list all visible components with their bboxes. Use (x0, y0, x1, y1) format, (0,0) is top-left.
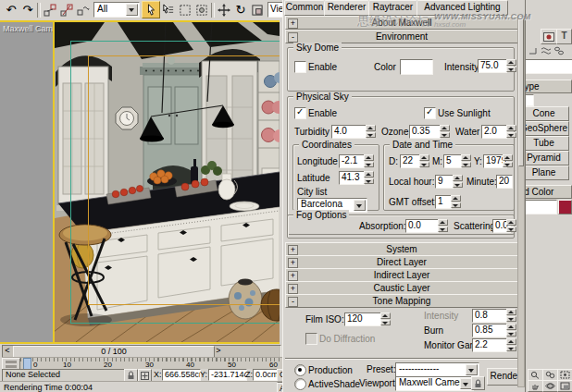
scattering-spinner[interactable] (506, 219, 516, 232)
select-and-move-icon[interactable] (216, 2, 232, 18)
rollout-direct-layer[interactable]: + Direct Layer (285, 255, 518, 269)
absorption-field[interactable]: 0.0 (405, 219, 439, 233)
arc-rotate-icon[interactable] (542, 380, 558, 392)
tm-intensity-spinner[interactable] (506, 309, 516, 322)
object-name-field[interactable] (525, 200, 557, 214)
latitude-spinner[interactable] (364, 171, 374, 184)
ozone-field[interactable]: 0.35 (409, 125, 441, 139)
tab-renderer[interactable]: Renderer (324, 0, 369, 16)
physical-sky-enable-checkbox[interactable] (294, 107, 306, 119)
select-by-name-icon[interactable] (160, 2, 177, 18)
viewport-select-dropdown[interactable]: Maxwell Camera (395, 376, 474, 391)
time-slider-next-button[interactable]: > (214, 346, 223, 356)
tab-raytracer[interactable]: Raytracer (368, 0, 417, 16)
water-field[interactable]: 2.0 (481, 125, 507, 139)
sky-dome-color-swatch[interactable] (400, 59, 433, 75)
day-spinner[interactable] (419, 154, 429, 167)
local-hour-field[interactable]: 9 (435, 175, 454, 189)
camera-viewport[interactable]: Maxwell Camera01 (0, 20, 280, 344)
object-color-swatch[interactable] (558, 200, 572, 214)
minute-field[interactable]: 20 (496, 175, 513, 189)
tab-advanced-lighting[interactable]: Advanced Lighting (417, 0, 508, 16)
sky-dome-intensity-field[interactable]: 75.0 (478, 59, 507, 73)
monitor-gamma-spinner[interactable] (506, 338, 516, 351)
rectangular-selection-region-icon[interactable] (177, 2, 193, 18)
select-and-scale-icon[interactable] (249, 2, 266, 18)
monitor-gamma-field[interactable]: 2.2 (472, 338, 507, 352)
production-radio[interactable] (294, 364, 306, 376)
turbidity-field[interactable]: 4.0 (331, 125, 367, 139)
dropdown-arrow-icon[interactable] (126, 4, 138, 16)
preset-dropdown[interactable]: ------------- (395, 362, 479, 377)
pan-hand-icon[interactable] (528, 380, 543, 392)
bind-to-spacewarp-icon[interactable] (75, 2, 92, 18)
water-spinner[interactable] (506, 125, 516, 138)
turbidity-spinner[interactable] (366, 125, 376, 138)
unlink-icon[interactable] (58, 2, 75, 18)
month-spinner[interactable] (461, 154, 471, 167)
select-and-link-icon[interactable] (42, 2, 58, 18)
x-coordinate-field[interactable]: 666.558cm (162, 369, 201, 381)
rollout-expand-icon[interactable]: + (288, 258, 298, 268)
rollout-tone-mapping[interactable]: - Tone Mapping (285, 294, 518, 308)
select-and-rotate-icon[interactable]: ↻ (232, 2, 249, 18)
film-iso-field[interactable]: 120 (344, 312, 381, 326)
local-hour-spinner[interactable] (453, 175, 463, 188)
category-icon-3[interactable] (553, 45, 565, 56)
time-slider-prev-button[interactable]: < (3, 346, 12, 356)
rollout-expand-icon[interactable]: + (288, 18, 298, 29)
sky-dome-enable-checkbox[interactable] (294, 61, 306, 73)
tm-intensity-field[interactable]: 0.8 (472, 309, 507, 323)
create-geosphere-button[interactable]: GeoSphere (525, 121, 569, 136)
year-spinner[interactable] (503, 154, 513, 167)
create-cone-button[interactable]: Cone (525, 106, 569, 121)
gmt-offset-spinner[interactable] (451, 195, 461, 208)
undo-icon[interactable]: ↶ (3, 2, 19, 18)
selection-filter-dropdown[interactable]: All (93, 2, 140, 18)
rollout-indirect-layer[interactable]: + Indirect Layer (285, 268, 518, 282)
viewport-lock-toggle[interactable] (471, 376, 485, 390)
display-panel-tab-icon[interactable] (541, 29, 557, 44)
rollout-about-maxwell[interactable]: + About Maxwell (285, 16, 518, 30)
rollout-collapse-icon[interactable]: - (288, 297, 298, 307)
utilities-panel-tab-icon[interactable]: T (556, 29, 572, 44)
rollout-collapse-icon[interactable]: - (288, 32, 298, 43)
sky-dome-intensity-spinner[interactable] (506, 59, 516, 72)
dialog-scrollbar[interactable] (517, 16, 525, 387)
selection-lock-toggle[interactable] (124, 369, 138, 382)
longitude-spinner[interactable] (364, 154, 374, 167)
month-field[interactable]: 5 (443, 154, 462, 168)
rollout-expand-icon[interactable]: + (288, 245, 298, 255)
category-icon-1[interactable] (528, 45, 539, 56)
rollout-environment[interactable]: - Environment (285, 30, 518, 43)
dialog-scrollbar-thumb[interactable] (518, 17, 524, 166)
create-pyramid-button[interactable]: Pyramid (525, 151, 569, 165)
do-diffraction-checkbox[interactable] (305, 333, 317, 345)
rollout-system[interactable]: + System (285, 242, 518, 256)
tab-common[interactable]: Common (284, 0, 325, 16)
longitude-field[interactable]: -2.1 (339, 154, 365, 168)
activeshade-radio[interactable] (294, 378, 306, 390)
create-tube-button[interactable]: Tube (525, 136, 569, 151)
name-color-rollout[interactable]: Name and Color (525, 185, 572, 199)
absolute-offset-mode-toggle[interactable] (138, 369, 152, 382)
redo-icon[interactable]: ↷ (19, 2, 36, 18)
rollout-caustic-layer[interactable]: + Caustic Layer (285, 281, 518, 295)
maximize-viewport-toggle-icon[interactable] (557, 380, 572, 392)
film-iso-spinner[interactable] (380, 312, 391, 325)
preset-dropdown-arrow-icon[interactable] (466, 364, 478, 375)
select-object-tool[interactable] (142, 1, 160, 18)
gmt-offset-field[interactable]: 1 (435, 195, 452, 209)
y-coordinate-field[interactable]: -231.714cm (208, 369, 247, 381)
ozone-spinner[interactable] (440, 125, 450, 138)
object-type-rollout[interactable]: Object Type (525, 80, 572, 93)
window-crossing-icon[interactable] (193, 2, 210, 18)
burn-field[interactable]: 0.85 (472, 324, 507, 337)
create-plane-button[interactable]: Plane (525, 165, 569, 180)
autogrid-checkbox[interactable] (525, 94, 534, 106)
category-icon-2[interactable] (541, 45, 552, 56)
burn-spinner[interactable] (506, 324, 516, 337)
absorption-spinner[interactable] (438, 219, 448, 232)
city-dropdown-arrow-icon[interactable] (354, 200, 366, 211)
rollout-expand-icon[interactable]: + (288, 284, 298, 294)
